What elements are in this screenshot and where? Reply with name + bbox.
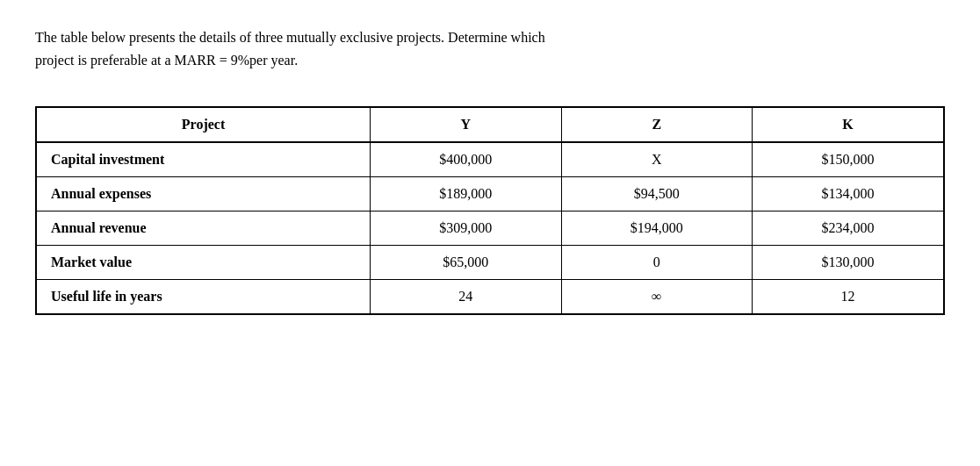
table-row: Capital investment$400,000X$150,000 — [36, 142, 944, 177]
row-label: Useful life in years — [36, 280, 371, 315]
cell-k: $234,000 — [752, 211, 944, 246]
cell-z: $194,000 — [561, 211, 752, 246]
cell-z: ∞ — [561, 280, 752, 315]
cell-k: $150,000 — [752, 142, 944, 177]
cell-z: $94,500 — [561, 177, 752, 211]
intro-line1: The table below presents the details of … — [35, 30, 545, 45]
col-header-k: K — [752, 107, 944, 142]
cell-y: $309,000 — [371, 211, 561, 246]
row-label: Capital investment — [36, 142, 371, 177]
col-header-z: Z — [561, 107, 752, 142]
row-label: Market value — [36, 246, 371, 280]
cell-z: X — [561, 142, 752, 177]
projects-table: Project Y Z K Capital investment$400,000… — [35, 106, 945, 315]
cell-y: $400,000 — [371, 142, 561, 177]
cell-k: $130,000 — [752, 246, 944, 280]
cell-y: $65,000 — [371, 246, 561, 280]
cell-y: 24 — [371, 280, 561, 315]
table-row: Market value$65,0000$130,000 — [36, 246, 944, 280]
cell-y: $189,000 — [371, 177, 561, 211]
cell-k: $134,000 — [752, 177, 944, 211]
table-row: Useful life in years24∞12 — [36, 280, 944, 315]
table-header-row: Project Y Z K — [36, 107, 944, 142]
col-header-y: Y — [371, 107, 561, 142]
intro-paragraph: The table below presents the details of … — [35, 26, 945, 71]
table-container: Project Y Z K Capital investment$400,000… — [35, 106, 945, 315]
intro-line2: project is preferable at a MARR = 9%per … — [35, 53, 298, 68]
table-row: Annual expenses$189,000$94,500$134,000 — [36, 177, 944, 211]
col-header-project: Project — [36, 107, 371, 142]
table-row: Annual revenue$309,000$194,000$234,000 — [36, 211, 944, 246]
cell-k: 12 — [752, 280, 944, 315]
row-label: Annual revenue — [36, 211, 371, 246]
cell-z: 0 — [561, 246, 752, 280]
row-label: Annual expenses — [36, 177, 371, 211]
